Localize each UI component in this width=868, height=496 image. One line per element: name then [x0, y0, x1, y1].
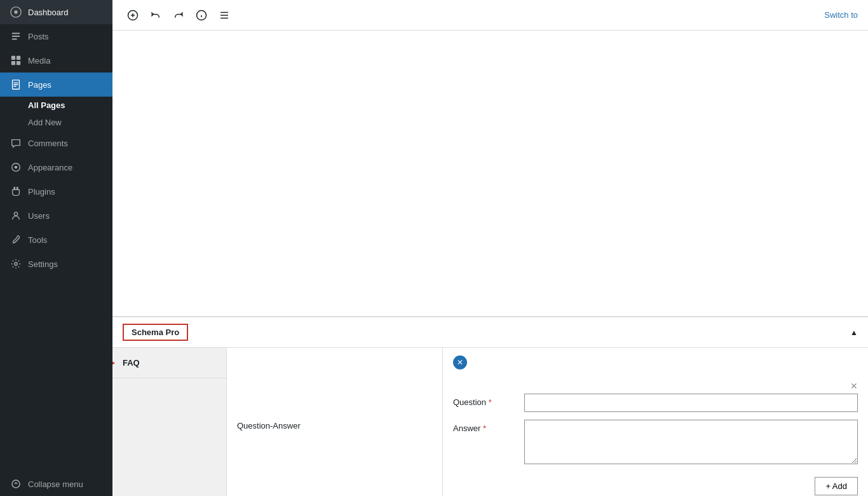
faq-right-panel: ✕ ✕ Question *: [443, 348, 868, 496]
faq-container: FAQ Question-Answer ✕ ✕: [112, 348, 868, 496]
svg-rect-7: [11, 61, 15, 65]
svg-rect-8: [17, 61, 20, 65]
pages-icon: [10, 79, 22, 90]
form-close-x-button[interactable]: ✕: [850, 381, 858, 391]
sidebar-item-label: Plugins: [28, 187, 55, 196]
toolbar-left: [123, 5, 234, 25]
add-block-button[interactable]: [123, 5, 143, 25]
users-icon: [10, 210, 22, 221]
svg-rect-6: [17, 56, 20, 60]
svg-rect-11: [13, 84, 18, 85]
sidebar-item-dashboard[interactable]: Dashboard: [0, 0, 112, 24]
posts-icon: [10, 31, 22, 42]
svg-point-16: [14, 212, 17, 216]
sidebar: Dashboard Posts Media: [0, 0, 112, 496]
sidebar-item-label: Pages: [28, 80, 51, 90]
sidebar-sub-all-pages[interactable]: All Pages: [0, 97, 112, 114]
collapse-icon: [10, 478, 22, 490]
svg-rect-4: [12, 39, 17, 40]
sidebar-item-label: Appearance: [28, 163, 72, 172]
redo-button[interactable]: [168, 5, 189, 25]
question-answer-label: Question-Answer: [237, 421, 301, 431]
editor-area: Schema Pro ▲ FAQ: [112, 31, 868, 496]
svg-point-1: [14, 10, 17, 13]
faq-left-panel: FAQ: [112, 348, 227, 496]
answer-required-star: *: [483, 424, 486, 433]
plugins-icon: [10, 186, 22, 197]
tools-icon: [10, 234, 22, 245]
close-entry-button[interactable]: ✕: [453, 355, 467, 369]
sidebar-item-comments[interactable]: Comments: [0, 131, 112, 155]
answer-input[interactable]: [524, 420, 858, 464]
schema-pro-title: Schema Pro: [123, 324, 188, 341]
switch-to-button[interactable]: Switch to: [824, 10, 858, 20]
sidebar-item-label: Comments: [28, 139, 68, 148]
question-label: Question *: [453, 394, 517, 407]
schema-pro-header: Schema Pro ▲: [112, 317, 868, 348]
question-form-row: Question *: [453, 394, 858, 412]
schema-pro-panel: Schema Pro ▲ FAQ: [112, 317, 868, 496]
tools-menu-button[interactable]: [214, 5, 234, 25]
undo-button[interactable]: [146, 5, 166, 25]
sidebar-item-label: Media: [28, 56, 50, 65]
pages-submenu: All Pages Add New: [0, 97, 112, 131]
settings-icon: [10, 258, 22, 270]
red-arrow: [112, 358, 115, 368]
answer-form-row: Answer *: [453, 420, 858, 464]
answer-label: Answer *: [453, 420, 517, 433]
sidebar-item-posts[interactable]: Posts: [0, 24, 112, 48]
add-button[interactable]: + Add: [815, 477, 858, 495]
svg-rect-10: [13, 82, 18, 83]
sidebar-item-label: Tools: [28, 235, 47, 245]
svg-rect-5: [11, 56, 15, 60]
sidebar-item-pages[interactable]: Pages: [0, 72, 112, 97]
toolbar: Switch to: [112, 0, 868, 31]
svg-rect-2: [12, 33, 20, 34]
form-close-row: ✕: [453, 381, 858, 391]
sidebar-item-label: Posts: [28, 32, 49, 41]
sidebar-item-label: Dashboard: [28, 8, 69, 17]
schema-pro-collapse-icon[interactable]: ▲: [850, 328, 858, 337]
svg-point-17: [15, 263, 18, 266]
collapse-menu-button[interactable]: Collapse menu: [0, 472, 112, 496]
faq-label: FAQ: [123, 358, 140, 368]
sidebar-item-appearance[interactable]: Appearance: [0, 155, 112, 179]
main-content: Switch to Schema Pro ▲: [112, 0, 868, 496]
media-icon: [10, 55, 22, 66]
arrow-head: [112, 358, 115, 368]
sidebar-item-label: Settings: [28, 259, 58, 269]
svg-rect-3: [12, 36, 20, 37]
info-button[interactable]: [191, 5, 212, 25]
sidebar-item-media[interactable]: Media: [0, 48, 112, 72]
collapse-menu-label: Collapse menu: [28, 479, 83, 489]
question-input[interactable]: [524, 394, 858, 412]
page-canvas: [112, 31, 868, 317]
faq-middle-panel: Question-Answer: [227, 348, 443, 496]
comments-icon: [10, 137, 22, 149]
question-required-star: *: [489, 397, 492, 407]
faq-row: FAQ: [112, 348, 226, 378]
sidebar-item-label: Users: [28, 211, 50, 221]
sidebar-item-users[interactable]: Users: [0, 203, 112, 228]
sidebar-item-settings[interactable]: Settings: [0, 252, 112, 276]
appearance-icon: [10, 162, 22, 173]
sidebar-item-plugins[interactable]: Plugins: [0, 179, 112, 203]
svg-rect-12: [13, 86, 17, 86]
svg-point-18: [12, 480, 20, 488]
sidebar-item-tools[interactable]: Tools: [0, 228, 112, 252]
dashboard-icon: [10, 6, 22, 18]
sidebar-sub-add-new[interactable]: Add New: [0, 114, 112, 131]
